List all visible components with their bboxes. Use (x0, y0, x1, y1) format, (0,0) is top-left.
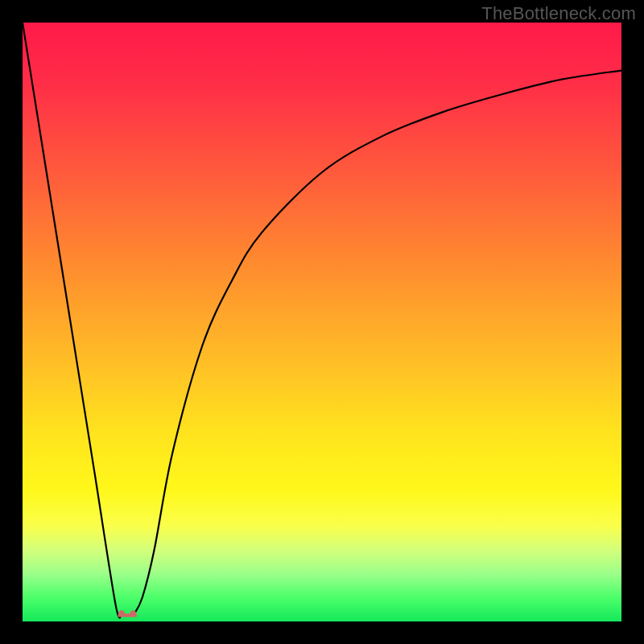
left-branch-line (23, 23, 122, 617)
plot-area (23, 23, 621, 621)
right-branch-line (134, 71, 621, 616)
watermark-text: TheBottleneck.com (481, 3, 636, 24)
curve-svg (23, 23, 621, 621)
dip-marker-shape (118, 611, 136, 617)
chart-frame: TheBottleneck.com (0, 0, 644, 644)
